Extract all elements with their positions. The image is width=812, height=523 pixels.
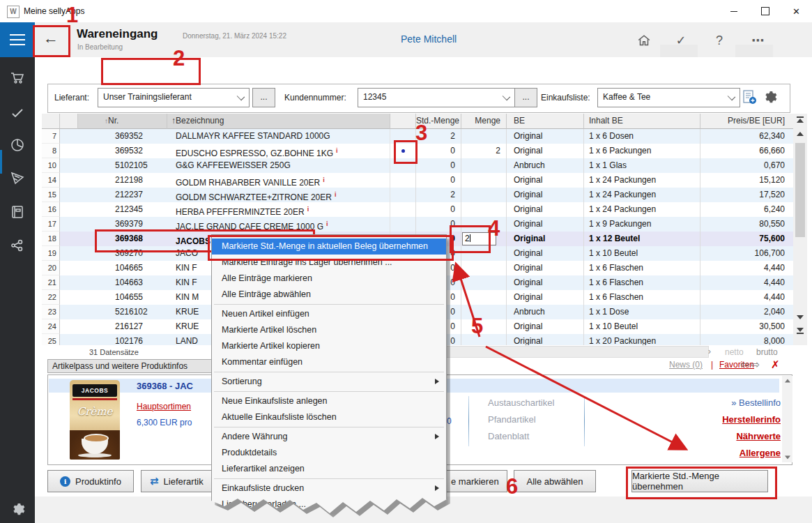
col-inhalt-be[interactable]: Inhalt BE (584, 114, 700, 129)
menu-item[interactable]: Markierte Std.-Menge in aktuellen Beleg … (212, 238, 446, 255)
cell-menge[interactable] (461, 305, 507, 319)
cell-std-menge[interactable]: 0 (416, 158, 461, 173)
col-std-menge[interactable]: Std.-Menge (416, 114, 461, 129)
hscroll-right-icon[interactable]: › (708, 347, 711, 356)
cell-std-menge[interactable]: 0 (416, 144, 461, 158)
einkaufsliste-select[interactable]: Kaffee & Tee (597, 88, 740, 107)
produktinfo-button[interactable]: i Produktinfo (47, 470, 134, 492)
cell-menge[interactable] (461, 319, 507, 334)
cell-menge[interactable] (461, 275, 507, 290)
confirm-check-icon[interactable]: ✓ (671, 31, 691, 50)
menu-item[interactable]: Neuen Artikel einfügen (212, 306, 446, 322)
close-button[interactable]: ✕ (781, 0, 812, 22)
cell-marker[interactable] (390, 188, 416, 202)
cell-menge[interactable] (461, 246, 507, 261)
cell-marker[interactable] (390, 129, 416, 144)
share-network-icon[interactable] (9, 237, 26, 254)
cell-menge[interactable] (461, 290, 507, 305)
scroll-up-icon[interactable] (795, 128, 806, 139)
artikelpass-tab[interactable]: Artikelpass und weitere Produktinfos (47, 359, 223, 373)
hamburger-menu-button[interactable] (0, 22, 35, 57)
cell-marker[interactable] (390, 158, 416, 173)
cell-menge[interactable] (461, 261, 507, 275)
col-nr[interactable]: ↑Nr. (78, 114, 167, 129)
scrollbar-thumb[interactable] (795, 143, 805, 237)
cell-menge[interactable] (461, 202, 507, 217)
col-bezeichnung[interactable]: ↑Bezeichnung (167, 114, 390, 129)
nav-prev-next-icons[interactable]: ⇦⇨ (740, 358, 762, 371)
menu-item[interactable]: Produktdetails (212, 445, 446, 461)
cell-marker[interactable] (390, 173, 416, 188)
menu-item[interactable]: Aktuelle Einkaufsliste löschen (212, 409, 446, 425)
menu-item[interactable]: Sortierung (212, 374, 446, 390)
table-row[interactable]: 7369352DALLMAYR KAFFEE STANDARD 1000G2Or… (42, 129, 793, 144)
lieferant-more-button[interactable]: ... (252, 88, 275, 107)
product-link-allergene[interactable]: Allergene (655, 448, 781, 458)
table-row[interactable]: 105102105G&G KAFFEEWEISSER 250G0Anbruch1… (42, 158, 793, 173)
scroll-to-bottom-icon[interactable] (795, 326, 806, 337)
cell-std-menge[interactable]: 0 (416, 217, 461, 232)
cell-menge[interactable] (461, 217, 507, 232)
menu-item[interactable]: Lieferartikel anzeigen (212, 461, 446, 477)
bestellinfo-link[interactable]: » Bestellinfo (697, 397, 781, 408)
std-menge-uebernehmen-button[interactable]: Markierte Std.-Menge übernehmen (631, 470, 768, 492)
cell-std-menge[interactable]: 0 (416, 202, 461, 217)
product-link-nährwerte[interactable]: Nährwerte (655, 431, 781, 441)
table-row[interactable]: 8369532EDUSCHO ESPRESSO, GZ.BOHNE 1KGi02… (42, 144, 793, 158)
more-options-icon[interactable]: ⋯ (748, 31, 767, 50)
alle-abwaehlen-button[interactable]: Alle abwählen (514, 470, 596, 492)
news-link[interactable]: News (0) (669, 360, 703, 370)
minimize-button[interactable] (718, 0, 749, 22)
col-be[interactable]: BE (507, 114, 584, 129)
menu-item[interactable]: Alle Einträge markieren (212, 271, 446, 287)
cell-marker[interactable] (390, 144, 416, 158)
brutto-toggle[interactable]: brutto (756, 347, 778, 357)
menu-item[interactable]: Markierte Einträge ins Lager übernehmen … (212, 255, 446, 271)
cell-marker[interactable] (390, 202, 416, 217)
maximize-button[interactable] (749, 0, 781, 22)
menu-item[interactable]: Markierte Artikel löschen (212, 322, 446, 338)
cell-std-menge[interactable]: 2 (416, 188, 461, 202)
hauptsortiment-link[interactable]: Hauptsortimen (137, 402, 191, 411)
new-list-icon[interactable] (742, 89, 757, 105)
cart-icon[interactable] (9, 70, 26, 86)
product-link-herstellerinfo[interactable]: Herstellerinfo (655, 414, 781, 425)
kundennummer-select[interactable]: 12345 (358, 88, 515, 107)
settings-gear-icon[interactable] (9, 501, 26, 517)
kundennummer-more-button[interactable]: ... (514, 88, 537, 107)
cell-menge[interactable]: 2 (461, 144, 507, 158)
table-row[interactable]: 17369379JAC.LE GRAND CAFE CREME 1000 Gi0… (42, 217, 793, 232)
cell-std-menge[interactable]: 0 (416, 173, 461, 188)
flag-icon[interactable] (9, 170, 26, 187)
menu-item[interactable]: Kommentar einfügen (212, 354, 446, 370)
cell-menge[interactable]: 2 (461, 232, 507, 246)
cell-marker[interactable] (390, 217, 416, 232)
back-button[interactable]: ← (39, 28, 63, 50)
menu-item[interactable]: Neue Einkaufsliste anlegen (212, 393, 446, 409)
panel-scrollbar[interactable] (782, 376, 792, 462)
menu-item[interactable]: Markierte Artikel kopieren (212, 338, 446, 354)
table-row[interactable]: 16212345HERBA PFEFFERMINZTEE 20ERi0Origi… (42, 202, 793, 217)
menu-item[interactable]: Andere Währung (212, 429, 446, 445)
list-settings-gear-icon[interactable] (761, 89, 778, 105)
cell-menge[interactable] (461, 158, 507, 173)
table-vertical-scrollbar[interactable] (793, 114, 807, 345)
lieferant-select[interactable]: Unser Trainingslieferant (98, 88, 250, 107)
table-row[interactable]: 14212198GOLDM RHABARBER VANILLE 20ERi0Or… (42, 173, 793, 188)
menge-input[interactable]: 2 (462, 232, 496, 245)
cell-menge[interactable] (461, 334, 507, 345)
col-menge[interactable]: Menge (461, 114, 507, 129)
scroll-to-top-icon[interactable] (795, 114, 806, 126)
cell-std-menge[interactable]: 2 (416, 129, 461, 144)
check-icon[interactable] (9, 105, 26, 121)
panel-close-icon[interactable]: ✗ (771, 358, 780, 371)
home-icon[interactable] (634, 31, 654, 50)
scroll-down-icon[interactable] (795, 312, 806, 323)
pie-chart-icon[interactable] (9, 137, 26, 153)
help-icon[interactable]: ? (710, 31, 729, 50)
cell-menge[interactable] (461, 188, 507, 202)
user-name[interactable]: Pete Mitchell (401, 33, 457, 45)
menu-item[interactable]: Alle Einträge abwählen (212, 287, 446, 303)
netto-toggle[interactable]: netto (725, 347, 744, 357)
cell-menge[interactable] (461, 173, 507, 188)
